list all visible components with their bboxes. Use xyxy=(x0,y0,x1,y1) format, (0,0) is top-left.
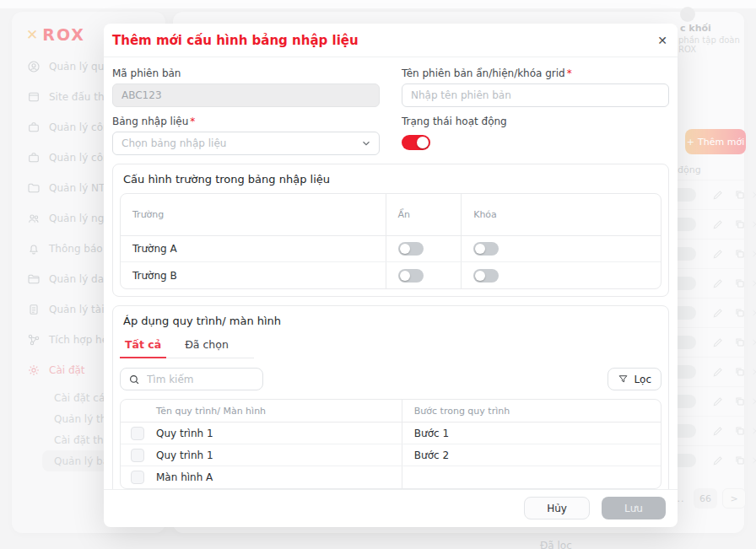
table-row: Màn hình A xyxy=(121,466,661,488)
field-version-code: Mã phiên bản xyxy=(112,64,380,107)
search-row: Lọc xyxy=(120,368,662,390)
table-header-row: Trường Ẩn Khóa xyxy=(121,194,661,236)
process-name: Quy trình 1 xyxy=(156,449,213,461)
apply-table: Tên quy trình/ Màn hình Bước trong quy t… xyxy=(120,399,662,489)
apply-section-title: Áp dụng quy trình/ màn hình xyxy=(123,315,662,327)
filter-label: Lọc xyxy=(634,374,651,385)
lock-toggle[interactable] xyxy=(473,269,499,283)
column-header-buoc: Bước trong quy trình xyxy=(402,400,661,422)
modal-body: Mã phiên bản Tên phiên bản ẩn/hiện/khóa … xyxy=(104,57,678,489)
version-code-label: Mã phiên bản xyxy=(112,67,380,79)
field-config-table: Trường Ẩn Khóa Trường A Trường B xyxy=(120,193,662,289)
close-icon[interactable]: ✕ xyxy=(657,35,667,46)
column-header-khoa: Khóa xyxy=(461,194,661,235)
status-toggle[interactable] xyxy=(402,135,430,150)
field-config-title: Cấu hình trường trong bảng nhập liệu xyxy=(123,173,662,186)
table-row: Trường A xyxy=(121,236,661,262)
field-status: Trạng thái hoạt động xyxy=(402,112,669,155)
column-header-truong: Trường xyxy=(121,194,386,235)
toggle-knob xyxy=(400,271,410,281)
version-name-input[interactable] xyxy=(402,83,669,107)
process-name: Màn hình A xyxy=(156,471,213,483)
table-row: Trường B xyxy=(121,262,661,288)
apply-tabs: Tất cả Đã chọn xyxy=(120,335,254,358)
table-row: Quy trình 1 Bước 1 xyxy=(121,423,661,444)
modal-footer: Hủy Lưu xyxy=(104,489,678,527)
column-header-an: Ẩn xyxy=(386,194,462,235)
field-name: Trường A xyxy=(121,236,386,261)
toggle-knob xyxy=(400,244,410,254)
form-grid: Mã phiên bản Tên phiên bản ẩn/hiện/khóa … xyxy=(112,64,669,155)
process-step: Bước 2 xyxy=(402,444,661,466)
table-select-label-text: Bảng nhập liệu xyxy=(112,116,188,127)
field-config-section: Cấu hình trường trong bảng nhập liệu Trư… xyxy=(112,164,669,297)
apply-section: Áp dụng quy trình/ màn hình Tất cả Đã ch… xyxy=(112,305,669,489)
modal-header: Thêm mới cấu hình bảng nhập liệu ✕ xyxy=(104,24,678,57)
tab-da-chon[interactable]: Đã chọn xyxy=(183,335,230,358)
cancel-button[interactable]: Hủy xyxy=(524,497,590,519)
table-header-row: Tên quy trình/ Màn hình Bước trong quy t… xyxy=(121,400,661,423)
process-step xyxy=(402,466,661,488)
table-select-input[interactable] xyxy=(112,132,380,155)
toggle-knob xyxy=(417,137,429,148)
status-label: Trạng thái hoạt động xyxy=(402,116,669,127)
column-header-ten-quy-trinh: Tên quy trình/ Màn hình xyxy=(121,400,402,422)
table-select-dropdown[interactable] xyxy=(112,132,380,155)
search-icon xyxy=(128,374,140,385)
required-asterisk: * xyxy=(190,116,195,127)
process-step: Bước 1 xyxy=(402,423,661,444)
toggle-knob xyxy=(475,244,485,254)
version-name-label-text: Tên phiên bản ẩn/hiện/khóa grid xyxy=(402,67,565,79)
row-checkbox[interactable] xyxy=(131,427,144,440)
save-button[interactable]: Lưu xyxy=(602,497,666,519)
field-table-select: Bảng nhập liệu* xyxy=(112,112,380,155)
required-asterisk: * xyxy=(567,67,572,79)
row-checkbox[interactable] xyxy=(131,471,144,484)
modal-add-config: Thêm mới cấu hình bảng nhập liệu ✕ Mã ph… xyxy=(104,24,678,527)
row-checkbox[interactable] xyxy=(131,449,144,462)
search-box[interactable] xyxy=(120,368,263,390)
modal-title: Thêm mới cấu hình bảng nhập liệu xyxy=(112,33,359,48)
field-version-name: Tên phiên bản ẩn/hiện/khóa grid* xyxy=(402,64,669,107)
toggle-knob xyxy=(475,271,485,281)
version-code-input xyxy=(112,83,380,107)
table-select-label: Bảng nhập liệu* xyxy=(112,116,380,127)
field-name: Trường B xyxy=(121,262,386,288)
process-name: Quy trình 1 xyxy=(156,428,213,439)
filter-button[interactable]: Lọc xyxy=(608,368,662,390)
search-input[interactable] xyxy=(147,374,255,385)
lock-toggle[interactable] xyxy=(473,242,499,256)
page: ✕ ROX Quản lý quy trình Site đấu thầu Qu… xyxy=(0,0,756,549)
filter-icon xyxy=(618,374,629,385)
hidden-toggle[interactable] xyxy=(398,242,424,256)
table-row: Quy trình 1 Bước 2 xyxy=(121,444,661,466)
hidden-toggle[interactable] xyxy=(398,269,424,283)
version-name-label: Tên phiên bản ẩn/hiện/khóa grid* xyxy=(402,67,669,79)
tab-tat-ca[interactable]: Tất cả xyxy=(123,335,163,358)
